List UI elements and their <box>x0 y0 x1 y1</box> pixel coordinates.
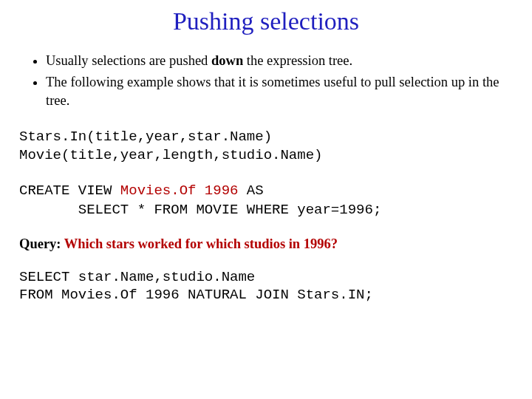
list-item: The following example shows that it is s… <box>46 73 513 110</box>
view-name: Movies.Of 1996 <box>120 183 239 199</box>
query-label: Query: <box>19 236 61 251</box>
bullet-text: The following example shows that it is s… <box>46 75 499 108</box>
bullet-text: Usually selections are pushed <box>46 53 211 68</box>
sql-text: AS <box>238 183 263 199</box>
create-view-block: CREATE VIEW Movies.Of 1996 AS SELECT * F… <box>19 182 513 219</box>
bullet-list: Usually selections are pushed down the e… <box>19 52 513 110</box>
list-item: Usually selections are pushed down the e… <box>46 52 513 70</box>
final-sql-block: SELECT star.Name,studio.Name FROM Movies… <box>19 268 513 304</box>
sql-text: CREATE VIEW <box>19 183 120 199</box>
bullet-text: the expression tree. <box>243 53 352 68</box>
query-text: Which stars worked for which studios in … <box>61 236 338 251</box>
slide: Pushing selections Usually selections ar… <box>0 0 532 399</box>
schema-block: Stars.In(title,year,star.Name) Movie(tit… <box>19 128 513 164</box>
sql-text: SELECT * FROM MOVIE WHERE year=1996; <box>19 202 381 218</box>
slide-title: Pushing selections <box>19 7 513 35</box>
bullet-bold: down <box>211 53 243 68</box>
query-line: Query: Which stars worked for which stud… <box>19 236 513 252</box>
